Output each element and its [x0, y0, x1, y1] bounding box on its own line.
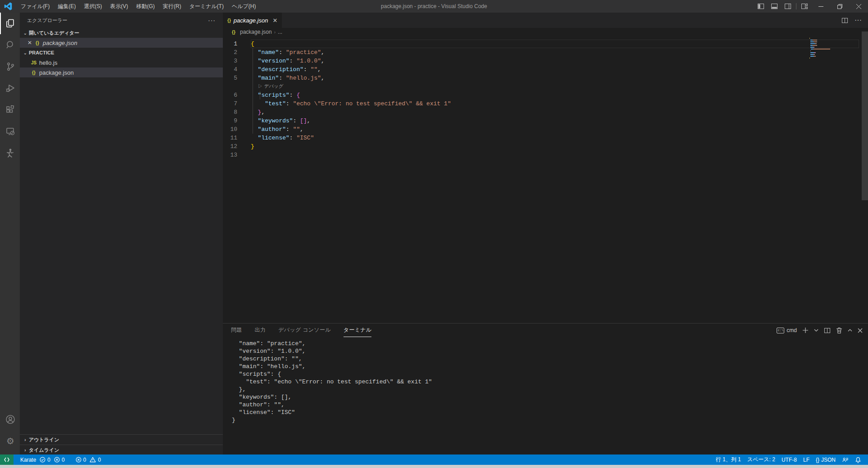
- timeline-section-header[interactable]: › タイムライン: [20, 445, 223, 455]
- code-line[interactable]: 1{: [223, 40, 868, 48]
- notifications-bell-icon[interactable]: [852, 454, 864, 465]
- file-item-hello-js[interactable]: JS hello.js: [20, 58, 223, 68]
- views-more-actions-icon[interactable]: ···: [208, 17, 216, 24]
- menu-item[interactable]: 移動(G): [132, 0, 158, 13]
- code-line[interactable]: 3 "version": "1.0.0",: [223, 57, 868, 65]
- close-icon[interactable]: [849, 0, 868, 13]
- outline-section-header[interactable]: › アウトライン: [20, 434, 223, 445]
- code-editor[interactable]: 1{2 "name": "practice",3 "version": "1.0…: [223, 36, 868, 323]
- minimap-token: [810, 56, 814, 57]
- toggle-sidebar-icon[interactable]: [754, 0, 768, 13]
- split-terminal-icon[interactable]: [824, 327, 831, 334]
- settings-gear-icon[interactable]: ⚙: [0, 430, 20, 452]
- menu-item[interactable]: ヘルプ(H): [228, 0, 260, 13]
- remote-indicator[interactable]: [0, 454, 14, 465]
- close-tab-icon[interactable]: ✕: [272, 17, 277, 24]
- menu-item[interactable]: ファイル(F): [17, 0, 54, 13]
- new-terminal-icon[interactable]: [802, 327, 809, 333]
- code-line[interactable]: 4 "description": "",: [223, 65, 868, 74]
- open-editors-section-header[interactable]: ⌄ 開いているエディター: [20, 28, 223, 38]
- editor-scrollbar[interactable]: [862, 32, 868, 200]
- terminal-line: "test": "echo \"Error: no test specified…: [232, 378, 862, 386]
- breadcrumb[interactable]: {} package.json › ...: [223, 28, 868, 36]
- menu-item[interactable]: 実行(R): [159, 0, 185, 13]
- breadcrumb-file[interactable]: package.json: [240, 29, 272, 35]
- menu-item[interactable]: ターミナル(T): [185, 0, 227, 13]
- toggle-secondary-sidebar-icon[interactable]: [781, 0, 795, 13]
- js-file-icon: JS: [30, 60, 38, 65]
- restore-icon[interactable]: [830, 0, 849, 13]
- bottom-panel: 問題出力デバッグ コンソールターミナル c:\ cmd: [223, 323, 868, 454]
- taskbar-edge: [0, 465, 868, 468]
- minimap[interactable]: [809, 38, 837, 61]
- code-line-text: "keywords": [],: [251, 117, 311, 125]
- terminal-dropdown-icon[interactable]: [814, 328, 818, 332]
- code-line[interactable]: 2 "name": "practice",: [223, 48, 868, 57]
- line-number: 6: [223, 91, 243, 99]
- close-editor-icon[interactable]: ✕: [26, 40, 33, 46]
- maximize-panel-icon[interactable]: [848, 328, 852, 332]
- problems-status[interactable]: 0 0: [72, 454, 104, 465]
- search-icon[interactable]: [0, 34, 20, 56]
- editor-more-actions-icon[interactable]: ···: [854, 16, 862, 24]
- terminal-profile[interactable]: c:\ cmd: [777, 327, 797, 333]
- panel-tab-2[interactable]: 出力: [255, 324, 266, 337]
- explorer-icon[interactable]: [0, 13, 20, 34]
- kill-terminal-icon[interactable]: [836, 327, 842, 334]
- account-icon[interactable]: [0, 409, 20, 430]
- code-line[interactable]: 5 "main": "hello.js",: [223, 74, 868, 82]
- split-editor-icon[interactable]: [841, 17, 848, 24]
- menu-item[interactable]: 選択(S): [80, 0, 106, 13]
- chevron-right-icon: ›: [274, 30, 276, 35]
- encoding-status[interactable]: UTF-8: [778, 454, 800, 465]
- code-line-text: "version": "1.0.0",: [251, 57, 325, 65]
- cmd-terminal-icon: c:\: [777, 328, 784, 333]
- toggle-panel-icon[interactable]: [768, 0, 781, 13]
- extensions-icon[interactable]: [0, 99, 20, 121]
- panel-tab-1[interactable]: 問題: [231, 324, 242, 337]
- terminal-output[interactable]: "name": "practice", "version": "1.0.0", …: [223, 337, 862, 454]
- code-line-text: "description": "",: [251, 65, 321, 74]
- folder-section-header[interactable]: ⌄ PRACTICE: [20, 48, 223, 58]
- code-line[interactable]: 11 "license": "ISC": [223, 134, 868, 142]
- code-line[interactable]: 13: [223, 151, 868, 159]
- file-item-package-json[interactable]: {} package.json: [20, 68, 223, 77]
- karate-status[interactable]: Karate 0 0: [17, 454, 68, 465]
- code-line[interactable]: 12}: [223, 142, 868, 151]
- source-control-icon[interactable]: [0, 56, 20, 77]
- language-status[interactable]: {} JSON: [813, 454, 839, 465]
- terminal-line: "description": "",: [232, 355, 862, 363]
- menu-item[interactable]: 表示(V): [106, 0, 132, 13]
- remote-explorer-icon[interactable]: [0, 121, 20, 142]
- eol-status[interactable]: LF: [800, 454, 813, 465]
- menu-item[interactable]: 編集(E): [54, 0, 80, 13]
- feedback-icon[interactable]: [839, 454, 852, 465]
- json-file-icon: {}: [33, 40, 41, 45]
- open-editor-item-package-json[interactable]: ✕ {} package.json: [20, 38, 223, 48]
- karate-icon[interactable]: [0, 142, 20, 164]
- code-line[interactable]: 10 "author": "",: [223, 125, 868, 134]
- close-panel-icon[interactable]: [858, 328, 863, 333]
- minimap-line: [809, 41, 837, 42]
- cursor-position-status[interactable]: 行 1、列 1: [713, 454, 744, 465]
- panel-tab-3[interactable]: デバッグ コンソール: [278, 324, 331, 337]
- minimap-token: [816, 43, 817, 44]
- code-line[interactable]: 8 },: [223, 108, 868, 117]
- code-line[interactable]: 6 "scripts": {: [223, 91, 868, 99]
- panel-tab-4[interactable]: ターミナル: [344, 324, 372, 337]
- minimize-icon[interactable]: [811, 0, 830, 13]
- breadcrumb-more[interactable]: ...: [278, 29, 282, 35]
- code-line-text: "license": "ISC": [251, 134, 314, 142]
- code-line[interactable]: 7 "test": "echo \"Error: no test specifi…: [223, 99, 868, 108]
- debug-codelens[interactable]: ▷ デバッグ: [223, 82, 868, 91]
- terminal-line: [232, 447, 862, 454]
- customize-layout-icon[interactable]: [798, 0, 811, 13]
- chevron-right-icon: ›: [22, 448, 29, 453]
- tab-package-json[interactable]: {} package.json ✕: [223, 13, 282, 28]
- run-debug-icon[interactable]: [0, 77, 20, 99]
- terminal-line: "version": "1.0.0",: [232, 347, 862, 355]
- line-number: 2: [223, 48, 243, 57]
- code-line[interactable]: 9 "keywords": [],: [223, 117, 868, 125]
- indentation-status[interactable]: スペース: 2: [744, 454, 778, 465]
- minimap-line: [809, 52, 837, 53]
